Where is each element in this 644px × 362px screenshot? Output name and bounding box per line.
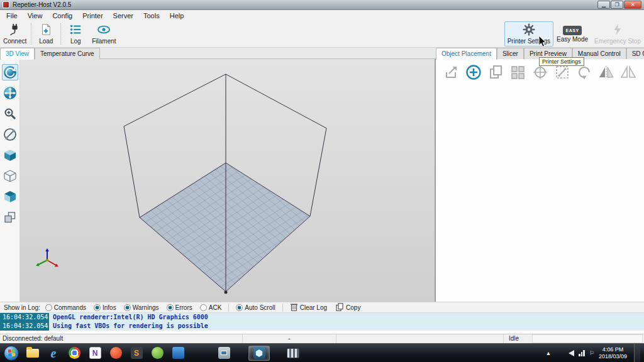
- mouse-cursor: [538, 36, 547, 50]
- add-object-icon[interactable]: [465, 64, 482, 80]
- log-filter-commands[interactable]: Commands: [43, 304, 89, 311]
- tab-object-placement[interactable]: Object Placement: [436, 48, 497, 60]
- load-label: Load: [39, 38, 53, 45]
- log-filter-autoscroll[interactable]: Auto Scroll: [233, 304, 277, 311]
- object-placement-panel: [436, 59, 644, 302]
- maximize-button[interactable]: ❐: [611, 1, 623, 9]
- letter-n-app-icon[interactable]: N: [87, 346, 103, 361]
- clear-log-label: Clear Log: [300, 304, 327, 311]
- log-filter-warnings[interactable]: Warnings: [121, 304, 162, 311]
- easy-mode-icon: EASY: [563, 26, 582, 35]
- radio-icon: [94, 304, 101, 311]
- log-filter-errors[interactable]: Errors: [164, 304, 195, 311]
- tab-temperature-curve[interactable]: Temperature Curve: [35, 48, 100, 59]
- repetier-host-taskbar-button[interactable]: [248, 346, 270, 361]
- letter-s-app-icon[interactable]: S: [129, 346, 144, 361]
- autoposition-grid-icon[interactable]: [509, 64, 526, 80]
- show-desktop-button[interactable]: [634, 344, 640, 362]
- filter-label: Commands: [54, 304, 86, 311]
- green-app-icon[interactable]: [150, 346, 165, 361]
- log-timestamp: 16:04:32.054: [0, 313, 49, 322]
- lightning-bolt-icon: [612, 23, 623, 37]
- status-progress-field: [532, 334, 643, 343]
- filter-label: ACK: [209, 304, 222, 311]
- easy-mode-button[interactable]: EASY Easy Mode: [553, 21, 591, 47]
- chrome-icon[interactable]: [67, 346, 82, 361]
- separator: [228, 304, 229, 312]
- volume-icon[interactable]: [569, 350, 574, 356]
- log-output[interactable]: 16:04:32.054 OpenGL renderer:Intel(R) HD…: [0, 312, 644, 334]
- movie-maker-icon[interactable]: [286, 346, 301, 361]
- copy-icon: [336, 303, 343, 312]
- tab-slicer[interactable]: Slicer: [497, 48, 524, 59]
- filament-label: Filament: [92, 38, 116, 45]
- load-button[interactable]: Load: [33, 21, 59, 47]
- menu-help[interactable]: Help: [165, 11, 189, 21]
- internet-explorer-icon[interactable]: e: [46, 346, 61, 361]
- log-toggle-button[interactable]: Log: [62, 21, 89, 47]
- red-app-icon[interactable]: [108, 346, 123, 361]
- clear-log-button[interactable]: Clear Log: [287, 303, 330, 312]
- log-filter-infos[interactable]: Infos: [91, 304, 119, 311]
- copy-object-icon[interactable]: [487, 64, 504, 80]
- view-tool-strip: [0, 59, 20, 302]
- top-view-tool[interactable]: [2, 189, 18, 205]
- minimize-button[interactable]: ▁: [597, 1, 610, 9]
- radio-icon: [167, 304, 174, 311]
- rotate-view-tool[interactable]: [2, 64, 18, 80]
- toggle-objects-tool[interactable]: [2, 209, 18, 226]
- tab-sd-card[interactable]: SD Card: [626, 48, 644, 59]
- emergency-stop-label: Emergency Stop: [594, 38, 641, 45]
- menu-server[interactable]: Server: [108, 11, 138, 21]
- filter-label: Warnings: [133, 304, 159, 311]
- close-button[interactable]: ✕: [624, 1, 641, 9]
- log-filter-ack[interactable]: ACK: [197, 304, 225, 311]
- connect-button[interactable]: Connect: [0, 21, 30, 47]
- file-explorer-icon[interactable]: [25, 346, 40, 361]
- flip-object-icon[interactable]: [620, 64, 636, 80]
- windows-logo-icon: [8, 349, 15, 357]
- mirror-object-icon[interactable]: [598, 64, 614, 80]
- front-view-tool[interactable]: [2, 168, 18, 184]
- tab-3d-view[interactable]: 3D View: [0, 48, 35, 60]
- hidden-icons-chevron[interactable]: ▲: [545, 350, 551, 356]
- action-center-flag-icon[interactable]: ⚐: [589, 350, 594, 356]
- menu-view[interactable]: View: [23, 11, 48, 21]
- connect-label: Connect: [3, 38, 26, 45]
- menu-tools[interactable]: Tools: [138, 11, 165, 21]
- log-row: 16:04:32.054 OpenGL renderer:Intel(R) HD…: [0, 313, 644, 322]
- system-tray: ▲ ⚐ 4:06 PM 2018/03/09: [545, 344, 643, 362]
- gear-icon: [523, 23, 535, 37]
- scale-object-icon[interactable]: [554, 64, 570, 80]
- copy-log-button[interactable]: Copy: [333, 303, 364, 312]
- connection-status: Disconnected: default: [3, 334, 63, 343]
- radio-icon: [236, 304, 243, 311]
- log-timestamp: 16:04:32.054: [0, 322, 49, 331]
- menu-printer[interactable]: Printer: [77, 11, 108, 21]
- radio-icon: [200, 304, 207, 311]
- eye-icon: [97, 23, 111, 37]
- fit-view-tool[interactable]: [2, 126, 18, 143]
- print-bed-grid: [140, 163, 310, 292]
- taskbar-clock[interactable]: 4:06 PM 2018/03/09: [599, 346, 627, 360]
- blue-app-icon[interactable]: [170, 346, 186, 361]
- radio-icon: [124, 304, 131, 311]
- menu-file[interactable]: File: [1, 11, 23, 21]
- zoom-tool[interactable]: [2, 106, 18, 122]
- rotate-object-icon[interactable]: [576, 64, 592, 80]
- start-button[interactable]: [4, 346, 19, 361]
- filament-button[interactable]: Filament: [89, 21, 119, 47]
- emergency-stop-button[interactable]: Emergency Stop: [591, 21, 644, 47]
- app-icon: [3, 1, 9, 8]
- network-icon[interactable]: [579, 349, 585, 356]
- image-viewer-icon[interactable]: [216, 346, 231, 361]
- move-view-tool[interactable]: [2, 85, 18, 101]
- center-object-icon[interactable]: [532, 64, 548, 80]
- filter-label: Errors: [175, 304, 192, 311]
- axes-indicator: [36, 248, 58, 267]
- menu-config[interactable]: Config: [47, 11, 77, 21]
- isometric-view-tool[interactable]: [2, 147, 18, 163]
- filter-label: Infos: [103, 304, 116, 311]
- 3d-viewport[interactable]: [20, 59, 435, 302]
- export-object-icon[interactable]: [443, 64, 460, 80]
